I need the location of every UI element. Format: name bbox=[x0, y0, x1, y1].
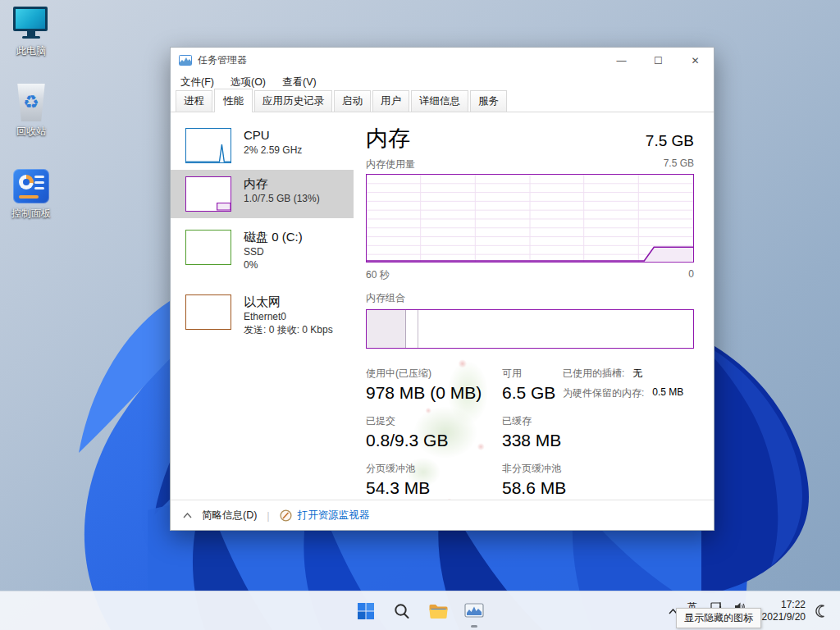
menu-view[interactable]: 查看(V) bbox=[282, 75, 317, 89]
file-explorer-button[interactable] bbox=[427, 600, 449, 622]
menu-file[interactable]: 文件(F) bbox=[180, 75, 214, 89]
search-button[interactable] bbox=[391, 600, 413, 622]
open-resource-monitor-link[interactable]: 打开资源监视器 bbox=[280, 509, 370, 523]
memory-total: 7.5 GB bbox=[646, 132, 694, 150]
title-bar[interactable]: 任务管理器 — ☐ ✕ bbox=[171, 48, 714, 73]
memory-usage-label: 内存使用量 bbox=[366, 158, 415, 171]
cpu-mini-graph bbox=[185, 128, 231, 163]
sidebar-item-ethernet[interactable]: 以太网 Ethernet0 发送: 0 接收: 0 Kbps bbox=[171, 288, 354, 343]
graph-axis-right: 0 bbox=[688, 268, 694, 282]
composition-divider bbox=[418, 310, 418, 348]
menu-options[interactable]: 选项(O) bbox=[231, 75, 266, 89]
sidebar-ethernet-title: 以太网 bbox=[244, 294, 333, 310]
graph-axis-left: 60 秒 bbox=[366, 268, 390, 282]
sidebar-memory-title: 内存 bbox=[244, 176, 320, 192]
task-manager-app-icon bbox=[179, 54, 192, 67]
memory-composition-label: 内存组合 bbox=[366, 291, 698, 305]
stat-available: 可用 6.5 GB bbox=[502, 367, 566, 403]
recycle-bin-icon: ♻ bbox=[16, 84, 47, 121]
desktop-icon-label: 此电脑 bbox=[0, 44, 62, 58]
task-manager-window: 任务管理器 — ☐ ✕ 文件(F) 选项(O) 查看(V) 进程 性能 应用历史… bbox=[170, 47, 714, 531]
window-title: 任务管理器 bbox=[198, 53, 247, 67]
tab-details[interactable]: 详细信息 bbox=[411, 90, 468, 112]
composition-in-use-segment bbox=[367, 310, 406, 348]
tab-processes[interactable]: 进程 bbox=[176, 90, 212, 112]
task-manager-icon bbox=[464, 603, 484, 619]
sidebar-item-disk[interactable]: 磁盘 0 (C:) SSD 0% bbox=[171, 223, 354, 278]
memory-panel-title: 内存 bbox=[366, 127, 410, 150]
stat-slots-used: 已使用的插槽: 无 bbox=[563, 367, 698, 381]
stat-non-paged-pool: 非分页缓冲池 58.6 MB bbox=[502, 462, 566, 498]
focus-assist-moon-icon[interactable] bbox=[812, 602, 830, 620]
sidebar-ethernet-sub: Ethernet0 bbox=[244, 310, 333, 323]
stat-cached: 已缓存 338 MB bbox=[502, 414, 566, 450]
memory-usage-max: 7.5 GB bbox=[664, 158, 694, 171]
task-manager-taskbar-button[interactable] bbox=[463, 600, 485, 622]
sidebar-disk-title: 磁盘 0 (C:) bbox=[244, 230, 303, 245]
show-hidden-icons-tooltip: 显示隐藏的图标 bbox=[676, 608, 761, 628]
ethernet-mini-graph bbox=[185, 294, 231, 330]
stat-paged-pool: 分页缓冲池 54.3 MB bbox=[366, 462, 502, 498]
desktop-icon-label: 回收站 bbox=[0, 125, 62, 139]
sidebar-item-memory[interactable]: 内存 1.0/7.5 GB (13%) bbox=[171, 170, 354, 218]
desktop-icon-control-panel[interactable]: 控制面板 bbox=[0, 169, 62, 221]
window-footer: 简略信息(D) | 打开资源监视器 bbox=[171, 500, 714, 530]
windows-logo-icon bbox=[356, 601, 376, 621]
sidebar-cpu-sub: 2% 2.59 GHz bbox=[244, 144, 302, 157]
maximize-button[interactable]: ☐ bbox=[640, 48, 677, 73]
search-icon bbox=[393, 602, 411, 620]
close-button[interactable]: ✕ bbox=[677, 48, 714, 73]
sidebar-cpu-title: CPU bbox=[244, 128, 302, 144]
memory-mini-graph bbox=[185, 176, 231, 212]
taskbar-clock[interactable]: 17:22 2021/9/20 bbox=[762, 599, 806, 623]
tab-performance[interactable]: 性能 bbox=[214, 89, 253, 112]
clock-date: 2021/9/20 bbox=[762, 611, 806, 623]
sidebar-memory-sub: 1.0/7.5 GB (13%) bbox=[244, 192, 320, 205]
memory-stats: 使用中(已压缩) 978 MB (0 MB) 可用 6.5 GB 已提交 0.8… bbox=[366, 367, 698, 498]
memory-composition-bar[interactable] bbox=[366, 309, 694, 349]
clock-time: 17:22 bbox=[762, 599, 806, 611]
tab-startup[interactable]: 启动 bbox=[334, 90, 371, 112]
stat-committed: 已提交 0.8/9.3 GB bbox=[366, 414, 502, 450]
footer-divider: | bbox=[267, 509, 269, 522]
start-button[interactable] bbox=[355, 600, 377, 622]
taskbar: 英 17:22 2021/9/2 bbox=[0, 591, 840, 630]
sidebar-ethernet-sub2: 发送: 0 接收: 0 Kbps bbox=[244, 323, 333, 336]
tab-strip: 进程 性能 应用历史记录 启动 用户 详细信息 服务 bbox=[171, 91, 714, 112]
tab-app-history[interactable]: 应用历史记录 bbox=[254, 90, 332, 112]
this-pc-icon bbox=[13, 7, 49, 41]
disk-mini-graph bbox=[185, 230, 231, 265]
chevron-up-icon bbox=[183, 513, 192, 518]
sidebar-item-cpu[interactable]: CPU 2% 2.59 GHz bbox=[171, 121, 354, 170]
desktop-icon-recycle-bin[interactable]: ♻ 回收站 bbox=[0, 84, 62, 139]
running-indicator bbox=[471, 625, 477, 628]
stat-in-use: 使用中(已压缩) 978 MB (0 MB) bbox=[366, 367, 502, 403]
minimize-button[interactable]: — bbox=[603, 48, 640, 73]
memory-usage-graph bbox=[366, 174, 694, 262]
sidebar-disk-sub2: 0% bbox=[244, 258, 303, 272]
fewer-details-button[interactable]: 简略信息(D) bbox=[183, 509, 257, 523]
desktop: 此电脑 ♻ 回收站 控制面板 任务管理器 — ☐ ✕ bbox=[0, 0, 840, 630]
memory-panel: 内存 7.5 GB 内存使用量 7.5 GB bbox=[354, 112, 698, 530]
tab-services[interactable]: 服务 bbox=[470, 90, 507, 112]
control-panel-icon bbox=[13, 169, 49, 203]
stat-hardware-reserved: 为硬件保留的内存: 0.5 MB bbox=[563, 386, 698, 400]
desktop-icon-this-pc[interactable]: 此电脑 bbox=[0, 7, 62, 58]
resource-monitor-icon bbox=[280, 509, 292, 522]
tab-users[interactable]: 用户 bbox=[372, 90, 409, 112]
desktop-icon-label: 控制面板 bbox=[0, 207, 62, 221]
folder-icon bbox=[428, 602, 449, 620]
performance-sidebar: CPU 2% 2.59 GHz 内存 1.0/7.5 GB (13%) bbox=[171, 112, 354, 530]
sidebar-disk-sub: SSD bbox=[244, 245, 303, 258]
